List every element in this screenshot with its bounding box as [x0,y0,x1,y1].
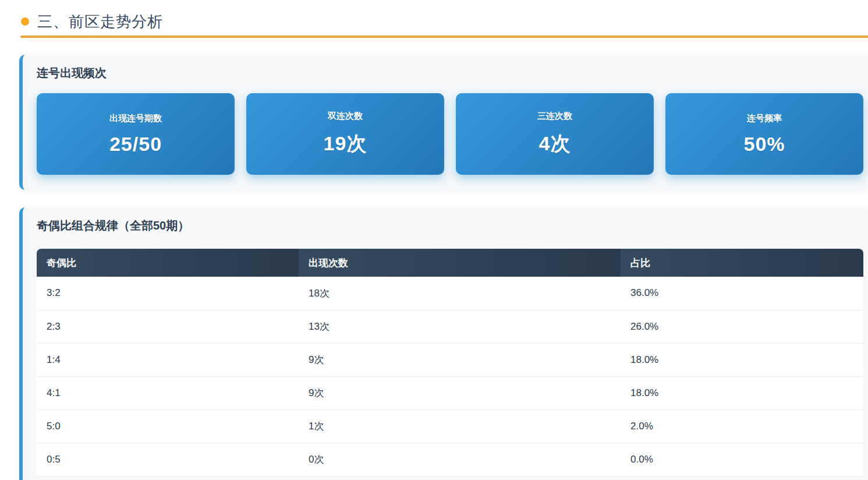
table-row: 5:0 1次 2.0% [37,410,863,443]
stat-card-consecutive-rate: 连号频率 50% [665,93,863,175]
percent-cell: 18.0% [621,343,863,376]
odd-even-ratio-table: 奇偶比 出现次数 占比 3:2 18次 36.0% 2:3 13次 26.0% … [37,249,863,477]
section-underline [20,36,868,38]
stat-card-consecutive-periods: 出现连号期数 25/50 [37,93,235,175]
table-row: 1:4 9次 18.0% [37,343,863,376]
column-header-ratio: 奇偶比 [37,249,299,277]
odd-even-panel-title: 奇偶比组合规律（全部50期） [37,218,863,233]
stat-card-value: 19次 [324,130,367,157]
table-row: 3:2 18次 36.0% [37,277,863,310]
count-cell: 0次 [299,443,621,476]
consecutive-frequency-panel: 连号出现频次 出现连号期数 25/50 双连次数 19次 三连次数 4次 连号频… [19,55,868,190]
stat-card-value: 50% [743,133,785,156]
table-header-row: 奇偶比 出现次数 占比 [37,249,863,277]
table-row: 4:1 9次 18.0% [37,376,863,410]
ratio-cell: 1:4 [37,343,299,376]
count-cell: 13次 [299,310,621,343]
stat-card-value: 25/50 [109,133,162,156]
percent-cell: 26.0% [621,310,863,343]
section-header: 三、前区走势分析 [21,13,868,30]
stat-card-label: 连号频率 [747,113,782,124]
stat-card-value: 4次 [539,130,571,157]
stat-card-label: 出现连号期数 [109,113,162,124]
count-cell: 1次 [299,410,621,443]
stat-card-label: 双连次数 [328,111,363,122]
percent-cell: 18.0% [621,376,863,410]
ratio-cell: 0:5 [37,443,299,476]
percent-cell: 2.0% [621,410,863,443]
percent-cell: 0.0% [621,443,863,476]
stat-card-double-consecutive: 双连次数 19次 [246,93,444,175]
stat-card-row: 出现连号期数 25/50 双连次数 19次 三连次数 4次 连号频率 50% [37,93,863,175]
section-title: 三、前区走势分析 [37,13,163,30]
percent-cell: 36.0% [621,277,863,310]
ratio-cell: 3:2 [37,277,299,310]
ratio-cell: 2:3 [37,310,299,343]
column-header-count: 出现次数 [299,249,621,277]
ratio-cell: 4:1 [37,376,299,410]
ratio-cell: 5:0 [37,410,299,443]
table-row: 0:5 0次 0.0% [37,443,863,476]
stat-card-label: 三连次数 [537,111,572,122]
count-cell: 9次 [299,376,621,410]
table-row: 2:3 13次 26.0% [37,310,863,343]
count-cell: 18次 [299,277,621,310]
stat-card-triple-consecutive: 三连次数 4次 [456,93,654,175]
consecutive-panel-title: 连号出现频次 [37,65,863,80]
odd-even-ratio-panel: 奇偶比组合规律（全部50期） 奇偶比 出现次数 占比 3:2 18次 36.0%… [19,207,868,480]
count-cell: 9次 [299,343,621,376]
column-header-percent: 占比 [621,249,863,277]
bullet-dot-icon [21,17,29,26]
